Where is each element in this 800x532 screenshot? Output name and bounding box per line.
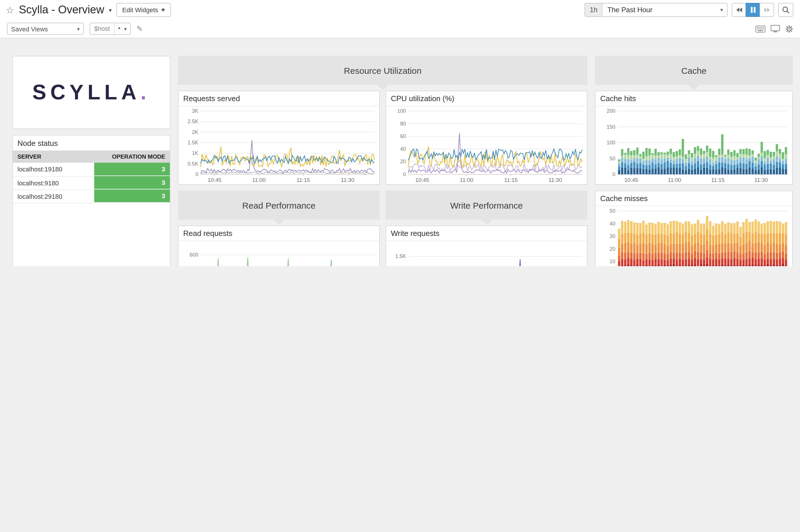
scylla-logo-dot: . xyxy=(141,80,150,104)
time-range-chevron-down-icon: ▾ xyxy=(720,7,727,13)
svg-text:20: 20 xyxy=(400,159,406,165)
right-column: Cache Cache hits 05010015020010:4511:001… xyxy=(595,56,793,266)
scylla-logo: SCYLLA. xyxy=(32,80,150,104)
time-range-short-badge: 1h xyxy=(585,3,603,16)
svg-text:100: 100 xyxy=(397,108,406,114)
middle-columns: Resource Utilization Requests served 00.… xyxy=(178,56,587,266)
group-title: Resource Utilization xyxy=(344,65,422,75)
svg-text:3K: 3K xyxy=(192,108,198,114)
chart-cache-misses: Cache misses 0102030405010:4511:0011:151… xyxy=(595,191,793,266)
template-variable-control[interactable]: $host * ▾ xyxy=(90,23,131,35)
zoom-search-button[interactable] xyxy=(778,3,793,17)
chart-title: Cache misses xyxy=(596,191,792,206)
table-row: localhost:291803 xyxy=(13,189,170,203)
svg-text:1.5K: 1.5K xyxy=(395,253,406,259)
edit-widgets-label: Edit Widgets xyxy=(122,6,158,13)
svg-text:1.5K: 1.5K xyxy=(187,140,198,146)
cache-hits-graph[interactable]: 05010015020010:4511:0011:1511:30 xyxy=(596,106,792,184)
cache-misses-graph[interactable]: 0102030405010:4511:0011:1511:30 xyxy=(596,206,792,266)
svg-text:50: 50 xyxy=(610,156,615,162)
svg-text:0: 0 xyxy=(196,171,198,177)
svg-text:10: 10 xyxy=(610,259,615,264)
gear-settings-icon[interactable] xyxy=(785,25,793,33)
node-status-title: Node status xyxy=(13,135,170,151)
svg-text:60: 60 xyxy=(400,133,406,139)
svg-text:11:15: 11:15 xyxy=(504,177,517,183)
time-shift-controls xyxy=(732,3,774,17)
svg-text:11:00: 11:00 xyxy=(460,177,473,183)
requests-served-graph[interactable]: 00.5K1K1.5K2K2.5K3K10:4511:0011:1511:30 xyxy=(179,106,379,184)
write-requests-graph[interactable]: 0K0.5K1K1.5K10:4511:0011:1511:30 xyxy=(386,241,587,266)
chart-requests-served: Requests served 00.5K1K1.5K2K2.5K3K10:45… xyxy=(178,91,380,185)
group-title: Write Performance xyxy=(450,200,523,210)
svg-text:11:00: 11:00 xyxy=(252,177,266,183)
svg-text:0: 0 xyxy=(613,171,615,177)
chart-cpu-utilization: CPU utilization (%) 02040608010010:4511:… xyxy=(386,91,587,185)
svg-text:200: 200 xyxy=(606,108,615,114)
edit-widgets-button[interactable]: Edit Widgets + xyxy=(116,3,171,17)
group-title: Cache xyxy=(681,65,707,75)
scylla-logo-text: SCYLLA xyxy=(32,80,141,104)
status-badge: 3 xyxy=(94,176,170,189)
table-row: localhost:191803 xyxy=(13,163,170,176)
top-bar: ☆ Scylla - Overview ▾ Edit Widgets + 1h … xyxy=(0,0,800,20)
group-title: Read Performance xyxy=(242,200,315,210)
saved-views-select[interactable]: Saved Views ▾ xyxy=(7,23,84,35)
group-header-write-performance: Write Performance xyxy=(386,191,587,220)
page-title[interactable]: Scylla - Overview xyxy=(19,3,104,16)
group-header-read-performance: Read Performance xyxy=(178,191,380,220)
operation-mode-cell: 3 xyxy=(94,189,170,203)
server-cell: localhost:29180 xyxy=(13,189,94,203)
svg-text:2.5K: 2.5K xyxy=(187,118,198,125)
column-header-operation-mode: OPERATION MODE xyxy=(94,151,170,163)
tv-mode-icon[interactable] xyxy=(771,25,780,33)
status-badge: 3 xyxy=(94,163,170,176)
svg-text:40: 40 xyxy=(610,221,615,227)
template-variable-chevron-down-icon: ▾ xyxy=(124,26,130,32)
cpu-utilization-graph[interactable]: 02040608010010:4511:0011:1511:30 xyxy=(386,106,587,184)
dashboard-content: SCYLLA. Node status SERVER OPERATION MOD… xyxy=(0,38,800,266)
column-header-server: SERVER xyxy=(13,151,94,163)
favorite-star-icon[interactable]: ☆ xyxy=(6,4,14,15)
svg-text:600: 600 xyxy=(189,252,198,258)
operation-mode-cell: 3 xyxy=(94,176,170,189)
svg-text:11:30: 11:30 xyxy=(341,177,354,183)
svg-text:100: 100 xyxy=(606,140,615,146)
template-variable-name: $host xyxy=(90,23,114,34)
group-header-cache: Cache xyxy=(595,56,793,85)
template-variable-value: * xyxy=(114,25,124,32)
left-column: SCYLLA. Node status SERVER OPERATION MOD… xyxy=(12,56,170,266)
svg-text:2K: 2K xyxy=(192,129,198,135)
node-status-widget: Node status SERVER OPERATION MODE localh… xyxy=(12,135,170,266)
time-range-picker[interactable]: 1h The Past Hour ▾ xyxy=(584,3,728,17)
rewind-icon xyxy=(735,7,742,13)
svg-text:11:00: 11:00 xyxy=(668,177,681,183)
svg-text:40: 40 xyxy=(400,146,406,152)
saved-views-label: Saved Views xyxy=(11,25,48,32)
svg-text:30: 30 xyxy=(610,233,615,239)
server-cell: localhost:9180 xyxy=(13,176,94,189)
edit-pencil-icon[interactable]: ✎ xyxy=(137,24,143,33)
forward-button[interactable] xyxy=(760,3,774,17)
svg-text:11:15: 11:15 xyxy=(297,177,310,183)
time-range-label: The Past Hour xyxy=(603,6,720,14)
chart-read-requests: Read requests 020040060010:4511:0011:151… xyxy=(178,226,380,266)
rewind-button[interactable] xyxy=(732,3,746,17)
table-row: localhost:91803 xyxy=(13,176,170,189)
pause-icon xyxy=(750,7,755,13)
pause-button[interactable] xyxy=(746,3,760,17)
scylla-logo-widget: SCYLLA. xyxy=(12,56,170,129)
svg-text:150: 150 xyxy=(606,124,615,130)
server-cell: localhost:19180 xyxy=(13,163,94,176)
operation-mode-cell: 3 xyxy=(94,163,170,176)
svg-text:80: 80 xyxy=(400,121,406,127)
keyboard-shortcuts-icon[interactable] xyxy=(756,25,765,32)
filters-toolbar: Saved Views ▾ $host * ▾ ✎ xyxy=(0,20,800,38)
title-chevron-down-icon[interactable]: ▾ xyxy=(109,7,112,13)
node-status-table: SERVER OPERATION MODE localhost:191803lo… xyxy=(13,151,170,203)
magnifier-icon xyxy=(782,6,790,14)
read-requests-graph[interactable]: 020040060010:4511:0011:1511:30 xyxy=(179,241,379,266)
svg-text:0: 0 xyxy=(403,171,406,177)
svg-text:11:30: 11:30 xyxy=(548,177,562,183)
chart-title: Read requests xyxy=(179,226,379,241)
